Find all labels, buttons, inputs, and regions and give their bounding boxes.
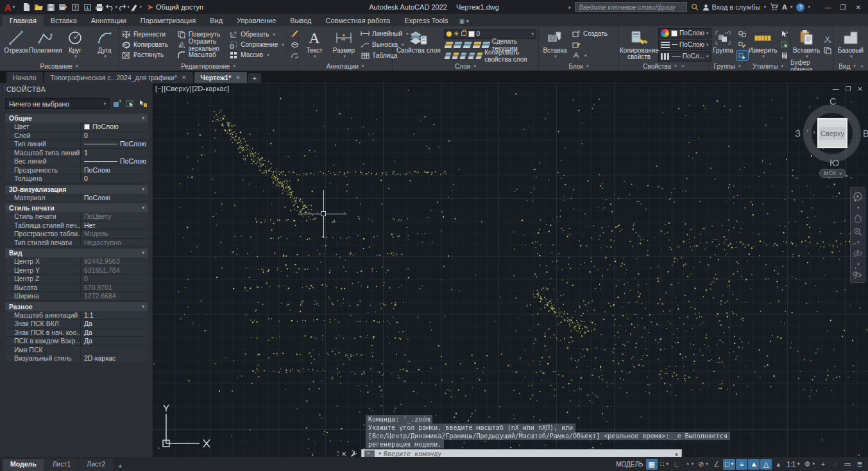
ribbon-display-toggle-icon[interactable]: ▣ ▾ [459, 18, 469, 26]
snap-mode-icon[interactable]: ∷▾ [658, 459, 671, 470]
block-attributes-button[interactable]: ▾ [570, 51, 609, 60]
property-row[interactable]: Тип линийПоСлою [5, 140, 148, 149]
property-row[interactable]: Центр Y631651.784 [5, 266, 148, 275]
file-tab-1[interactable]: Начало [6, 72, 43, 83]
annotation-monitor-icon[interactable]: ▴ [772, 459, 784, 470]
open-from-web-icon[interactable] [69, 1, 81, 13]
search-icon[interactable] [691, 3, 699, 11]
file-tab-close-icon[interactable]: ✕ [235, 74, 241, 81]
ribbon-tab-4[interactable]: Параметризация [133, 15, 203, 26]
property-row[interactable]: Центр Z0 [5, 275, 148, 284]
pan-icon[interactable] [853, 214, 862, 223]
panel-title-annotation[interactable]: Аннотации▾ [298, 62, 392, 71]
collapse-arrow-icon[interactable]: ▸ [568, 4, 571, 10]
command-prompt-icon[interactable]: >_ [364, 450, 375, 458]
quick-select-button[interactable] [779, 29, 790, 39]
app-store-cart-icon[interactable] [770, 3, 778, 11]
line-button[interactable]: Отрезок [2, 28, 30, 62]
save-as-icon[interactable] [57, 1, 69, 13]
property-row[interactable]: Знак ПСК ВКЛДа [5, 320, 148, 329]
rotate-button[interactable]: Копировать [121, 40, 169, 49]
arc-button[interactable]: Дуга▾ [90, 28, 119, 62]
property-row[interactable]: Масштаб типа линий1 [5, 149, 148, 158]
wcs-dropdown[interactable]: МСК▾ [819, 169, 846, 178]
polyline-button[interactable]: Полилиния [31, 28, 60, 62]
model-space-toggle[interactable]: МОДЕЛЬ [614, 459, 645, 470]
save-to-web-icon[interactable] [81, 1, 93, 13]
property-row[interactable]: Пространство табли...Модель [5, 230, 148, 239]
viewcube[interactable]: С Ю З В Сверху [799, 98, 865, 165]
quick-calc-button[interactable] [779, 51, 790, 60]
toggle-pickadd-icon[interactable] [112, 99, 123, 109]
panel-title-clipboard[interactable]: Буфер обмена [790, 62, 833, 71]
property-row[interactable]: Тип стилей печатиНедоступно [5, 239, 148, 248]
save-icon[interactable] [45, 1, 56, 13]
property-row[interactable]: Ширина1272.6684 [5, 292, 148, 301]
property-row[interactable]: Высота670.9701 [5, 284, 148, 293]
lineweight-display-icon[interactable]: ≡ [736, 459, 747, 470]
command-close-icon[interactable]: ✕ [341, 450, 346, 458]
annotation-autoscale-icon[interactable]: △ [760, 459, 772, 470]
doc-minimize-button[interactable]: — [833, 85, 839, 92]
text-button[interactable]: A Текст▾ [300, 28, 328, 62]
array-button[interactable]: Массив▾ [228, 50, 285, 60]
property-row[interactable]: ПрозрачностьПоСлою [5, 166, 148, 175]
point-cloud-canvas[interactable] [152, 83, 868, 457]
sign-in-button[interactable]: Вход в службы▾ [702, 3, 766, 11]
plot-icon[interactable] [94, 1, 105, 13]
match-properties-button[interactable]: Копирование свойств [621, 28, 657, 62]
trim-button[interactable]: Растянуть [121, 50, 169, 60]
isolate-objects-icon[interactable]: ◌ [830, 459, 841, 470]
group-button[interactable]: Группа [711, 28, 735, 62]
help-search-input[interactable] [575, 2, 687, 12]
match-layer-button[interactable]: Копировать свойства слоя [444, 51, 536, 61]
property-row[interactable]: Слой0 [5, 132, 148, 141]
layer-properties-button[interactable]: Свойства слоя [395, 28, 443, 62]
command-input-bar[interactable]: >_ ▾ ▲ [361, 449, 682, 458]
dock-grip-icon[interactable]: ⁞⁞ [337, 450, 339, 457]
property-row[interactable]: Вес линийПоСлою [5, 157, 148, 166]
grid-display-icon[interactable]: ▦ [646, 459, 658, 470]
batch-plot-icon[interactable]: ▾ [130, 1, 142, 13]
open-file-icon[interactable] [33, 1, 44, 13]
quick-select-palette-icon[interactable] [137, 99, 148, 109]
file-tab-3[interactable]: Чертеж1*✕ [194, 72, 247, 83]
close-button[interactable]: ✕ [851, 4, 865, 11]
minimize-button[interactable]: — [821, 4, 835, 11]
panel-title-view[interactable]: Вид▾» [834, 62, 868, 71]
palette-title[interactable]: СВОЙСТВА [0, 83, 152, 96]
copy-clip-button[interactable] [822, 46, 833, 55]
drawing-area[interactable]: [−] [Сверху] [2D-каркас] — ❐ ✕ С Ю З В С… [152, 83, 868, 457]
move-button[interactable]: Перенести [121, 30, 169, 39]
customization-icon[interactable]: + [817, 459, 829, 470]
property-row[interactable]: Имя ПСК [5, 346, 148, 355]
property-row[interactable]: Толщина0 [5, 175, 148, 184]
annotation-visibility-icon[interactable]: ▲ [748, 459, 760, 470]
create-block-button[interactable]: Создать [570, 29, 609, 39]
edit-block-button[interactable] [570, 40, 609, 49]
panel-title-properties[interactable]: Свойства▾» [619, 62, 708, 71]
panel-title-groups[interactable]: Группы▾ [709, 62, 745, 71]
help-icon[interactable]: ? ▾ [796, 3, 810, 12]
ribbon-tab-7[interactable]: Вывод [283, 15, 318, 26]
measure-button[interactable]: Измерить▾ [748, 28, 778, 62]
ribbon-tab-5[interactable]: Вид [203, 15, 230, 26]
palette-section-4[interactable]: Вид▾ [5, 248, 148, 257]
panel-title-draw[interactable]: Рисование▾ [0, 62, 118, 71]
base-view-button[interactable]: Базовый▾ [836, 28, 865, 62]
zoom-icon[interactable] [853, 227, 863, 237]
viewcube-east[interactable]: В [863, 128, 868, 139]
undo-icon[interactable]: ▾ [106, 1, 117, 13]
palette-section-5[interactable]: Разное▾ [5, 302, 148, 311]
dimension-button[interactable]: Размер▾ [330, 28, 358, 62]
viewport-visual-style-control[interactable]: [2D-каркас] [192, 85, 229, 92]
ortho-mode-icon[interactable]: ∟ [671, 459, 683, 470]
object-snap-tracking-icon[interactable]: ∠ [711, 459, 722, 470]
command-history-up-icon[interactable]: ▲ [674, 451, 679, 457]
ribbon-tab-8[interactable]: Совместная работа [319, 15, 398, 26]
linetype-dropdown[interactable]: ПоСл...▾ [658, 51, 711, 62]
property-row[interactable]: ПСК в каждом Вэкр...Да [5, 337, 148, 346]
customize-menu-icon[interactable]: ≣ [854, 459, 865, 470]
object-snap-icon[interactable]: □▾ [723, 459, 735, 470]
new-drawing-tab-button[interactable]: + [248, 73, 261, 83]
